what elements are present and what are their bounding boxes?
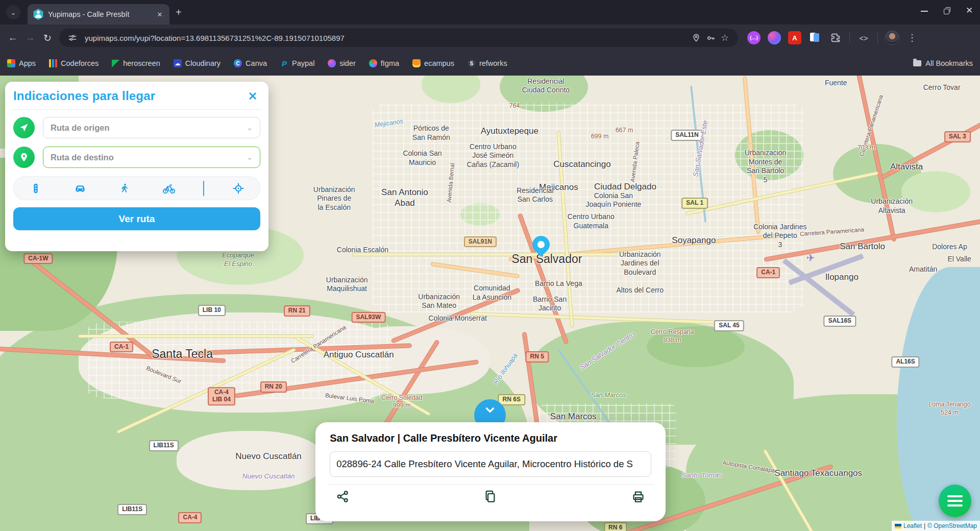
map-label: 764 [509, 102, 520, 110]
bookmarks-bar: AppsCodeforcesheroscreen☁CloudinaryCCanv… [0, 51, 980, 76]
profile-avatar[interactable] [885, 31, 899, 45]
origin-select[interactable]: Ruta de origen ⌄ [43, 117, 260, 138]
map-label: Ecoparque El Espino [222, 251, 254, 268]
extension-sider-icon[interactable] [768, 31, 781, 44]
bike-mode-button[interactable] [159, 178, 179, 199]
map-label: Soyapango [672, 235, 716, 246]
back-button[interactable]: ← [4, 29, 21, 46]
bookmark-label: sider [339, 59, 355, 67]
road-shield: RN 6 [604, 522, 627, 531]
tri-icon [112, 60, 119, 67]
map-label: Barrio La Vega [535, 279, 582, 288]
map-label: Urbanizacion Montes de San Bartolo 5 [745, 149, 787, 184]
traffic-mode-button[interactable] [26, 178, 46, 199]
extension-adobe-icon[interactable]: A [788, 31, 801, 44]
map-label: Carretera Panamericana [800, 226, 865, 237]
address-input[interactable]: 028896-24 Calle Presbítero Vicente Aguil… [330, 451, 651, 477]
devtools-code-icon[interactable]: <> [857, 29, 870, 46]
window-minimize-button[interactable] [921, 7, 928, 14]
map-label: Colonia San Mauricio [403, 149, 442, 167]
travel-mode-bar [13, 176, 260, 200]
map-label: Río Ilohuapa [492, 352, 519, 387]
bookmark-item[interactable]: ecampus [412, 59, 454, 67]
bookmark-item[interactable]: heroscreen [112, 59, 160, 67]
window-close-button[interactable]: ✕ [966, 7, 973, 14]
extension-pages-icon[interactable] [808, 31, 822, 44]
window-restore-button[interactable] [943, 7, 950, 14]
road-shield: AL16S [891, 356, 919, 368]
bookmark-item[interactable]: Codeforces [49, 59, 99, 67]
browser-titlebar: ⌄ Yupimaps - Calle Presbít ✕ + ✕ [0, 0, 980, 25]
bookmark-item[interactable]: fIgma [369, 59, 399, 67]
locate-me-button[interactable] [228, 178, 249, 199]
road-shield: SAL 45 [714, 320, 744, 331]
tab-title: Yupimaps - Calle Presbít [48, 10, 151, 18]
all-bookmarks-button[interactable]: All Bookmarks [913, 59, 973, 67]
bookmark-item[interactable]: Srefworks [468, 59, 507, 67]
car-mode-button[interactable] [70, 178, 90, 199]
dark-icon: S [468, 59, 476, 67]
tab-search-button[interactable]: ⌄ [6, 5, 20, 19]
road-shield: RN 21 [284, 305, 310, 317]
map-label: Pórticos de San Ramón [412, 124, 450, 142]
close-panel-button[interactable]: ✕ [246, 90, 259, 103]
browser-tab[interactable]: Yupimaps - Calle Presbít ✕ [28, 4, 169, 25]
road-shield: RN 6S [498, 394, 525, 405]
bookmark-label: heroscreen [123, 59, 160, 67]
leaflet-link[interactable]: Leaflet [903, 522, 922, 529]
ver-ruta-button[interactable]: Ver ruta [13, 207, 260, 230]
bookmark-item[interactable]: PPaypal [280, 59, 314, 67]
map-label: Ilopango [825, 272, 859, 283]
walk-mode-button[interactable] [114, 178, 135, 199]
browser-menu-button[interactable]: ⋮ [904, 32, 924, 43]
bookmark-item[interactable]: Apps [7, 59, 36, 67]
bookmark-item[interactable]: sider [328, 59, 355, 67]
site-settings-icon[interactable] [65, 31, 80, 45]
map-label: San Marcos [550, 411, 597, 422]
bookmark-label: refworks [479, 59, 507, 67]
tab-close-icon[interactable]: ✕ [155, 10, 164, 19]
map-label: Colonia Escalón [337, 246, 388, 255]
share-button[interactable] [336, 490, 350, 505]
osm-link[interactable]: © OpenStreetMap [927, 522, 977, 529]
place-card: San Salvador | Calle Presbítero Vicente … [315, 422, 665, 521]
road-shield: LIB11S [149, 440, 179, 451]
map-label: Comunidad La Asunción [473, 284, 511, 302]
map-label: Colonia Monserrat [428, 315, 486, 324]
grid-icon [7, 59, 15, 67]
map-label: Ayutuxtepeque [481, 126, 538, 136]
password-key-icon[interactable] [703, 31, 718, 45]
origin-send-icon [13, 117, 35, 138]
reload-button[interactable]: ↻ [39, 29, 56, 46]
bookmark-item[interactable]: CCanva [234, 59, 267, 67]
map-label: Santiago Texacuangos [774, 468, 862, 478]
new-tab-button[interactable]: + [176, 7, 182, 17]
copy-button[interactable] [483, 490, 497, 505]
map-label: San Antonio Abad [381, 187, 428, 209]
url-text[interactable]: yupimaps.com/yupi?location=13.6981135673… [85, 34, 689, 42]
print-button[interactable] [631, 490, 645, 505]
bookmark-label: fIgma [381, 59, 399, 67]
map-label: ✈ [806, 251, 815, 264]
map-canvas[interactable]: Residencial Ciudad Corinto764MejicanosPó… [0, 76, 980, 531]
bookmark-label: Canva [246, 59, 267, 67]
bookmark-item[interactable]: ☁Cloudinary [174, 59, 220, 67]
url-bar[interactable]: yupimaps.com/yupi?location=13.6981135673… [59, 29, 738, 47]
map-label: Colonia San Joaquín Poniente [585, 191, 641, 209]
bookmark-star-icon[interactable]: ☆ [718, 31, 732, 45]
menu-fab-button[interactable] [939, 485, 971, 517]
map-label: Dolores Ap [932, 243, 967, 252]
destination-pin-icon [13, 147, 35, 168]
map-label: Urbanización Altavista [871, 197, 913, 215]
map-label: San Bartolo [840, 242, 885, 252]
map-label: 699 m [591, 133, 609, 141]
bookmark-label: Apps [19, 59, 36, 67]
canva-icon: C [234, 59, 242, 67]
extensions-puzzle-icon[interactable] [829, 31, 842, 44]
destination-select[interactable]: Ruta de destino ⌄ [43, 147, 260, 168]
location-pin-icon[interactable] [689, 31, 703, 45]
extension-json-icon[interactable]: {…} [747, 31, 761, 44]
forward-button[interactable]: → [21, 29, 39, 46]
road-shield: SAL 3 [944, 132, 971, 143]
map-label: Santa Tecla [152, 347, 213, 361]
